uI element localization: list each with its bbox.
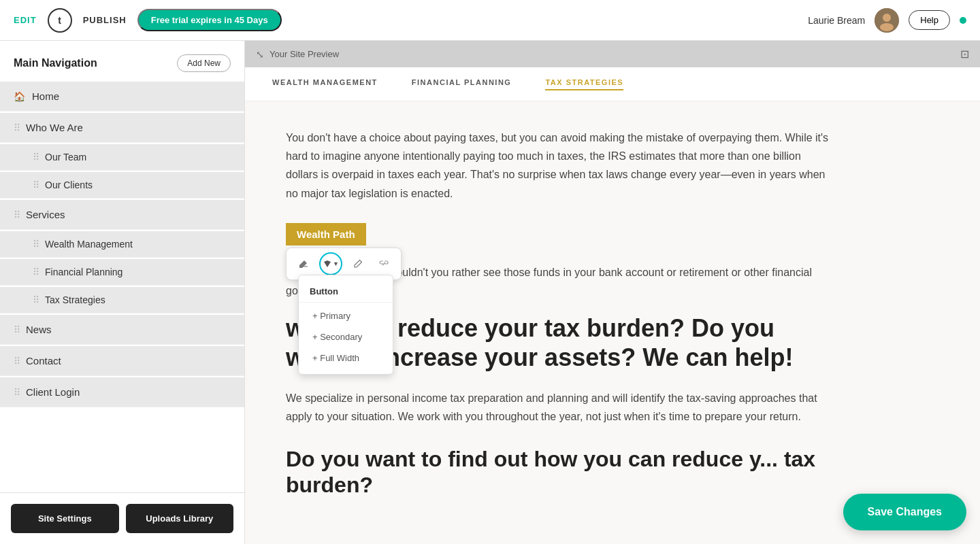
toolbar-pencil-icon[interactable] — [348, 254, 368, 274]
article-body: We specialize in personal income tax pre… — [286, 389, 830, 426]
drag-handle-client-login[interactable]: ⠿ — [14, 387, 20, 398]
logo: t — [48, 8, 72, 33]
dropdown-item-primary[interactable]: + Primary — [299, 305, 393, 326]
subnav-tax-strategies[interactable]: TAX STRATEGIES — [545, 78, 623, 90]
top-bar-right: Laurie Bream Help — [808, 8, 966, 33]
top-bar-left: EDIT t PUBLISH Free trial expires in 45 … — [14, 8, 282, 33]
nav-subitem-label-wealth-management: Wealth Management — [45, 239, 133, 250]
drag-handle-services[interactable]: ⠿ — [14, 209, 20, 220]
status-dot — [960, 17, 966, 24]
nav-item-label-home: Home — [32, 90, 59, 102]
avatar[interactable] — [875, 8, 899, 33]
nav-item-label-who-we-are: Who We Are — [26, 122, 83, 133]
nav-subitem-label-tax-strategies: Tax Strategies — [45, 294, 105, 305]
main-layout: Main Navigation Add New 🏠 Home ⠿ Who We … — [0, 41, 980, 544]
publish-button[interactable]: PUBLISH — [83, 15, 127, 25]
page-content: WEALTH MANAGEMENT FINANCIAL PLANNING TAX… — [245, 67, 980, 544]
edit-button[interactable]: EDIT — [14, 15, 37, 25]
toolbar-style-dropdown-button[interactable]: ▼ — [319, 252, 342, 275]
dropdown-item-secondary[interactable]: + Secondary — [299, 326, 393, 347]
wealth-path-container: Wealth Path ▼ — [286, 223, 366, 245]
dropdown-item-full-width[interactable]: + Full Width — [299, 347, 393, 369]
drag-handle-news[interactable]: ⠿ — [14, 324, 20, 335]
nav-subitem-our-clients[interactable]: ⠿ Our Clients — [0, 172, 244, 199]
preview-bar: ⤡ Your Site Preview ⊡ — [245, 41, 980, 67]
nav-subitem-label-financial-planning: Financial Planning — [45, 267, 122, 277]
user-name: Laurie Bream — [808, 15, 865, 26]
home-icon: 🏠 — [14, 91, 25, 102]
nav-item-home[interactable]: 🏠 Home — [0, 82, 244, 112]
nav-item-label-news: News — [26, 324, 52, 335]
svg-point-2 — [880, 23, 894, 31]
save-changes-button[interactable]: Save Changes — [843, 494, 966, 530]
nav-subitem-our-team[interactable]: ⠿ Our Team — [0, 144, 244, 171]
toolbar-edit-icon[interactable] — [293, 254, 314, 274]
article-intro: You don't have a choice about paying tax… — [286, 129, 830, 203]
nav-item-label-services: Services — [26, 209, 65, 220]
nav-item-who-we-are[interactable]: ⠿ Who We Are — [0, 113, 244, 143]
nav-subitem-wealth-management[interactable]: ⠿ Wealth Management — [0, 231, 244, 258]
nav-item-services[interactable]: ⠿ Services — [0, 200, 244, 230]
drag-handle-our-team[interactable]: ⠿ — [33, 152, 39, 163]
uploads-library-button[interactable]: Uploads Library — [126, 504, 234, 533]
sidebar: Main Navigation Add New 🏠 Home ⠿ Who We … — [0, 41, 245, 544]
style-dropdown-menu: Button + Primary + Secondary + Full Widt… — [298, 275, 393, 375]
subnav-wealth-management[interactable]: WEALTH MANAGEMENT — [272, 78, 378, 90]
sidebar-header: Main Navigation Add New — [0, 41, 244, 82]
trial-badge[interactable]: Free trial expires in 45 Days — [137, 9, 282, 31]
svg-point-1 — [883, 14, 891, 22]
drag-handle-financial-planning[interactable]: ⠿ — [33, 267, 39, 277]
wealth-path-button[interactable]: Wealth Path — [286, 223, 366, 245]
sub-nav: WEALTH MANAGEMENT FINANCIAL PLANNING TAX… — [245, 67, 980, 101]
nav-subitem-label-our-clients: Our Clients — [45, 180, 93, 190]
toolbar-link-icon[interactable] — [374, 254, 394, 274]
nav-item-label-client-login: Client Login — [26, 386, 80, 398]
content-area: ⤡ Your Site Preview ⊡ WEALTH MANAGEMENT … — [245, 41, 980, 544]
sidebar-footer: Site Settings Uploads Library — [0, 492, 244, 544]
nav-item-client-login[interactable]: ⠿ Client Login — [0, 377, 244, 407]
dropdown-header: Button — [299, 281, 393, 303]
nav-subitem-label-our-team: Our Team — [45, 152, 86, 163]
nav-subitem-tax-strategies[interactable]: ⠿ Tax Strategies — [0, 287, 244, 313]
subnav-financial-planning[interactable]: FINANCIAL PLANNING — [412, 78, 512, 90]
nav-item-contact[interactable]: ⠿ Contact — [0, 346, 244, 376]
nav-subitem-financial-planning[interactable]: ⠿ Financial Planning — [0, 259, 244, 286]
preview-bar-left: ⤡ Your Site Preview — [256, 49, 339, 60]
frame-resize-icon[interactable]: ⊡ — [960, 48, 969, 61]
top-bar: EDIT t PUBLISH Free trial expires in 45 … — [0, 0, 980, 41]
drag-handle-wealth-management[interactable]: ⠿ — [33, 239, 39, 250]
site-settings-button[interactable]: Site Settings — [11, 504, 119, 533]
article-heading2: Do you want to find out how you can redu… — [286, 446, 830, 498]
drag-handle-tax-strategies[interactable]: ⠿ — [33, 294, 39, 305]
drag-handle-contact[interactable]: ⠿ — [14, 356, 20, 367]
preview-label: Your Site Preview — [270, 49, 339, 59]
drag-handle[interactable]: ⠿ — [14, 122, 20, 133]
drag-handle-our-clients[interactable]: ⠿ — [33, 180, 39, 190]
article: You don't have a choice about paying tax… — [245, 101, 980, 544]
resize-icon: ⤡ — [256, 49, 264, 60]
nav-item-news[interactable]: ⠿ News — [0, 315, 244, 345]
sidebar-title: Main Navigation — [14, 57, 97, 69]
add-new-button[interactable]: Add New — [177, 54, 231, 72]
nav-item-label-contact: Contact — [26, 355, 61, 367]
help-button[interactable]: Help — [909, 10, 950, 30]
